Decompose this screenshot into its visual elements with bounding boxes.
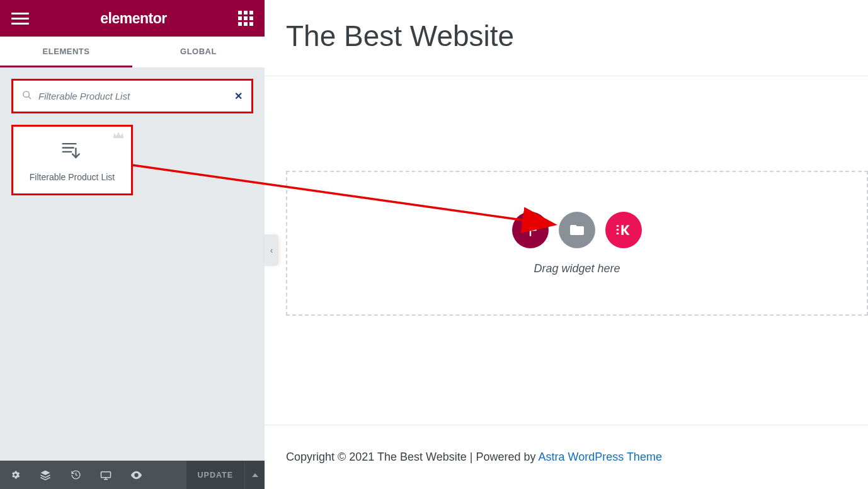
copyright-text: Copyright © 2021 The Best Website | Powe… (286, 451, 539, 463)
clear-search-icon[interactable]: ✕ (234, 90, 243, 102)
add-section-button[interactable] (512, 212, 549, 248)
sidebar-footer: UPDATE (0, 461, 265, 489)
svg-rect-14 (617, 233, 619, 234)
template-library-button[interactable] (559, 212, 595, 248)
sidebar-header: elementor (0, 0, 265, 37)
page-header: The Best Website (265, 0, 868, 76)
navigator-icon[interactable] (30, 461, 60, 489)
preview-icon[interactable] (121, 461, 151, 489)
svg-rect-12 (617, 225, 619, 227)
widget-label: Filterable Product List (30, 172, 115, 182)
widget-search-box: ✕ (11, 79, 253, 113)
drag-hint-text: Drag widget here (534, 262, 620, 275)
editor-canvas: The Best Website Drag widget here (265, 0, 868, 489)
sidebar-tabs: ELEMENTS GLOBAL (0, 37, 265, 67)
widget-crown-icon (112, 130, 125, 144)
responsive-icon[interactable] (91, 461, 121, 489)
tab-elements[interactable]: ELEMENTS (0, 37, 132, 67)
collapse-sidebar-icon[interactable]: ‹ (265, 234, 278, 266)
svg-rect-13 (617, 229, 619, 231)
filter-list-icon (61, 141, 84, 163)
theme-link[interactable]: Astra WordPress Theme (539, 451, 662, 463)
page-title: The Best Website (286, 19, 847, 53)
update-button[interactable]: UPDATE (186, 461, 244, 489)
history-icon[interactable] (60, 461, 91, 489)
search-icon (22, 90, 32, 103)
elementor-logo: elementor (100, 10, 166, 27)
drop-section[interactable]: Drag widget here (286, 171, 868, 316)
svg-rect-6 (101, 471, 111, 477)
hamburger-menu-icon[interactable] (11, 13, 29, 25)
svg-point-0 (23, 91, 29, 97)
page-footer: Copyright © 2021 The Best Website | Powe… (265, 425, 868, 489)
elementor-sidebar: elementor ELEMENTS GLOBAL ✕ (0, 0, 265, 489)
ek-kit-button[interactable] (605, 212, 642, 248)
update-dropdown-icon[interactable] (244, 461, 265, 489)
widgets-grid-icon[interactable] (238, 11, 253, 26)
svg-marker-9 (252, 473, 258, 477)
search-input[interactable] (38, 91, 229, 101)
tab-global[interactable]: GLOBAL (132, 37, 265, 67)
widget-filterable-product-list[interactable]: Filterable Product List (11, 125, 133, 195)
svg-line-1 (28, 96, 31, 99)
settings-icon[interactable] (0, 461, 30, 489)
